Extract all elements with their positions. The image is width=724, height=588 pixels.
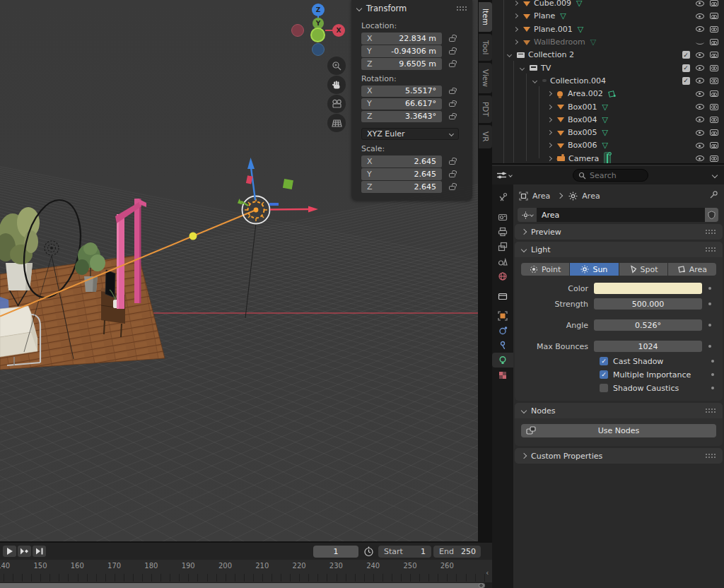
light-type-sun-button[interactable]: Sun	[570, 263, 618, 276]
eye-icon[interactable]	[696, 52, 704, 58]
scale-x-field[interactable]: X2.645	[361, 155, 442, 167]
zoom-button[interactable]	[327, 57, 346, 75]
tab-tool[interactable]	[492, 189, 513, 204]
pin-toggle[interactable]	[709, 190, 718, 201]
gizmo-z-axis-ball[interactable]: Z	[312, 4, 325, 16]
tab-constraints[interactable]	[492, 338, 513, 353]
lock-icon[interactable]	[449, 186, 455, 190]
expand-chevron-icon[interactable]	[513, 1, 518, 6]
render-visibility-icon[interactable]	[710, 39, 718, 45]
eye-icon[interactable]	[696, 13, 704, 19]
eye-icon[interactable]	[696, 65, 704, 71]
collection-checkbox[interactable]: ✓	[682, 51, 690, 59]
gizmo-z-neg-ball[interactable]	[312, 43, 325, 56]
breadcrumb-object-name[interactable]: Area	[532, 192, 550, 201]
outliner[interactable]: Cube.009 ▽ Plane ▽ Plane.001	[492, 0, 724, 165]
scale-z-field[interactable]: Z2.645	[361, 181, 442, 193]
nodes-panel-header[interactable]: Nodes	[515, 403, 723, 418]
perspective-toggle-button[interactable]	[327, 114, 346, 132]
expand-chevron-icon[interactable]	[547, 156, 552, 161]
outliner-row-tv[interactable]: TV ✓	[492, 61, 724, 74]
expand-chevron-icon[interactable]	[547, 143, 552, 148]
end-frame-field[interactable]: End 250	[433, 546, 481, 558]
search-input[interactable]: Search	[573, 169, 648, 182]
eye-icon[interactable]	[696, 117, 704, 122]
outliner-row-box006[interactable]: Box006 ▽	[492, 139, 724, 152]
animate-dot[interactable]	[711, 360, 714, 363]
eye-icon[interactable]	[696, 1, 704, 6]
lock-icon[interactable]	[449, 160, 455, 165]
scrollbar-handle[interactable]	[0, 583, 485, 588]
tab-view[interactable]: View	[479, 63, 492, 93]
eye-icon[interactable]	[696, 143, 704, 148]
play-button[interactable]	[3, 546, 16, 557]
outliner-row-plane001[interactable]: Plane.001 ▽	[492, 23, 724, 35]
eye-icon[interactable]	[696, 130, 704, 136]
collapse-chevron-icon[interactable]	[520, 66, 525, 71]
eye-icon[interactable]	[696, 26, 704, 32]
tab-scene[interactable]	[492, 254, 513, 269]
eye-icon[interactable]	[696, 155, 704, 161]
location-y-field[interactable]: Y-0.94306 m	[361, 45, 442, 57]
move-gizmo-x-arrow[interactable]	[270, 206, 318, 213]
render-visibility-icon[interactable]	[710, 0, 718, 6]
location-z-field[interactable]: Z9.6505 m	[361, 58, 442, 70]
scale-y-field[interactable]: Y2.645	[361, 168, 442, 180]
sun-light-gizmo[interactable]	[243, 196, 270, 224]
tv-mesh[interactable]	[105, 270, 115, 298]
expand-chevron-icon[interactable]	[513, 27, 518, 32]
lock-icon[interactable]	[449, 90, 455, 94]
lock-icon[interactable]	[449, 50, 455, 54]
eye-icon[interactable]	[696, 78, 704, 83]
panel-drag-grip-icon[interactable]	[705, 408, 716, 413]
rotation-x-field[interactable]: X5.5517°	[361, 86, 442, 98]
multiple-importance-checkbox[interactable]: ✓	[600, 370, 608, 379]
breadcrumb-data-name[interactable]: Area	[582, 192, 600, 201]
gizmo-x-axis-ball[interactable]: X	[332, 24, 345, 37]
playback-sync-clock-icon[interactable]	[363, 546, 374, 557]
tab-world[interactable]	[492, 269, 513, 283]
expand-chevron-icon[interactable]	[513, 13, 518, 18]
max-bounces-field[interactable]: 1024	[594, 341, 702, 353]
gizmo-x-neg-ball[interactable]	[291, 24, 304, 37]
move-gizmo-plane-handle-red[interactable]	[246, 175, 253, 184]
use-nodes-button[interactable]: Use Nodes	[521, 424, 716, 437]
outliner-row-collection2[interactable]: Collection 2 ✓	[492, 49, 724, 61]
collection-checkbox[interactable]: ✓	[682, 77, 690, 85]
editor-type-button[interactable]	[496, 170, 512, 180]
tab-collection[interactable]	[492, 288, 513, 303]
preview-panel-header[interactable]: Preview	[515, 224, 723, 240]
pan-button[interactable]	[327, 76, 346, 94]
eye-icon[interactable]	[696, 104, 704, 110]
strength-field[interactable]: 500.000	[594, 298, 702, 310]
rotation-mode-dropdown[interactable]: XYZ Euler	[361, 128, 459, 140]
tab-vr[interactable]: VR	[479, 125, 492, 148]
tab-physics[interactable]	[492, 323, 513, 338]
expand-chevron-icon[interactable]	[547, 104, 552, 109]
tab-render[interactable]	[492, 209, 513, 224]
tab-output[interactable]	[492, 224, 513, 239]
outliner-row-box004[interactable]: Box004 ▽	[492, 113, 724, 126]
outliner-row-box005[interactable]: Box005 ▽	[492, 126, 724, 139]
cast-shadow-checkbox[interactable]: ✓	[600, 357, 608, 365]
expand-chevron-icon[interactable]	[513, 40, 518, 45]
sun-target-handle[interactable]	[189, 233, 197, 240]
render-visibility-icon[interactable]	[710, 117, 718, 123]
render-visibility-icon[interactable]	[710, 129, 718, 136]
region-resize-chevron[interactable]: ‹	[486, 568, 489, 577]
tab-texture[interactable]	[492, 368, 513, 382]
outliner-row-area002[interactable]: Area.002	[492, 88, 724, 100]
scrollbar-zoom-knob[interactable]	[479, 583, 484, 588]
render-visibility-icon[interactable]	[710, 155, 718, 162]
outliner-row-wallbedroom[interactable]: WallBedroom ▽	[492, 35, 724, 48]
custom-properties-panel-header[interactable]: Custom Properties	[515, 448, 723, 464]
jump-to-end-button[interactable]	[33, 546, 46, 557]
tab-object-data[interactable]	[492, 353, 513, 368]
next-keyframe-button[interactable]	[18, 546, 31, 557]
lock-icon[interactable]	[449, 173, 455, 177]
render-visibility-icon[interactable]	[710, 90, 718, 97]
collapse-chevron-icon[interactable]	[507, 52, 512, 57]
light-type-point-button[interactable]: Point	[521, 263, 569, 276]
color-swatch[interactable]	[594, 283, 702, 295]
datablock-type-button[interactable]	[518, 208, 537, 222]
